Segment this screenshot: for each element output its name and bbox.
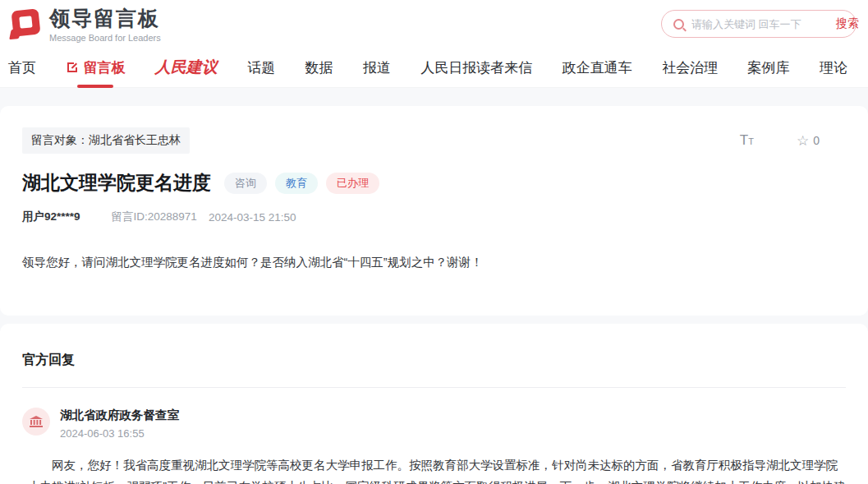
message-time: 2024-03-15 21:50 (209, 211, 296, 224)
nav-item-case-library[interactable]: 案例库 (748, 58, 790, 77)
nav-item-message-board[interactable]: 留言板 (66, 58, 125, 77)
tag-domain: 教育 (275, 173, 318, 194)
reply-section-title: 官方回复 (22, 345, 846, 387)
message-id: 留言ID:20288971 (112, 210, 197, 224)
nav-item-readers-letters[interactable]: 人民日报读者来信 (420, 58, 532, 77)
nav-item-gov-enterprise[interactable]: 政企直通车 (563, 58, 632, 77)
search-icon (673, 19, 684, 30)
star-icon: ☆ (797, 132, 809, 150)
reply-body: 网友，您好！我省高度重视湖北文理学院等高校更名大学申报工作。按照教育部大学设置标… (28, 454, 846, 484)
government-building-icon (30, 416, 43, 427)
reply-time: 2024-06-03 16:55 (60, 427, 179, 440)
message-card: 留言对象：湖北省省长王忠林 TT ☆ 0 湖北文理学院更名进度 咨询 教育 已办… (0, 106, 868, 316)
favorite-count: 0 (813, 134, 820, 147)
reply-paragraph: 网友，您好！我省高度重视湖北文理学院等高校更名大学申报工作。按照教育部大学设置标… (28, 454, 846, 484)
search-bar[interactable]: 搜索 (661, 10, 857, 38)
reply-card: 官方回复 湖北省政府政务督查室 2024-06-03 16:55 网友，您好！我… (0, 324, 868, 484)
message-target-chip: 留言对象：湖北省省长王忠林 (22, 127, 190, 154)
nav-item-home[interactable]: 首页 (8, 58, 36, 77)
nav-item-reports[interactable]: 报道 (363, 58, 391, 77)
divider (22, 387, 846, 388)
message-content: 领导您好，请问湖北文理学院更名进度如何？是否纳入湖北省“十四五”规划之中？谢谢！ (22, 252, 846, 294)
brand-logo-icon (10, 7, 43, 40)
search-input[interactable] (691, 18, 836, 30)
avatar (22, 408, 50, 436)
brand-subtitle: Message Board for Leaders (49, 33, 161, 43)
main-nav: 首页 留言板 人民建议 话题 数据 报道 人民日报读者来信 政企直通车 社会治理… (0, 48, 868, 88)
brand-logo[interactable]: 领导留言板 Message Board for Leaders (10, 5, 161, 43)
brand-name: 领导留言板 (49, 5, 161, 32)
nav-item-people-suggestion[interactable]: 人民建议 (155, 57, 218, 78)
tag-category: 咨询 (224, 173, 267, 194)
message-user: 用户92****9 (22, 210, 80, 224)
edit-pencil-icon (66, 61, 79, 74)
font-size-toggle[interactable]: TT (740, 132, 754, 149)
message-title: 湖北文理学院更名进度 (22, 170, 211, 196)
favorite-button[interactable]: ☆ 0 (797, 132, 820, 150)
nav-item-data[interactable]: 数据 (305, 58, 333, 77)
nav-item-social-governance[interactable]: 社会治理 (662, 58, 718, 77)
search-button[interactable]: 搜索 (836, 16, 859, 31)
reply-item: 湖北省政府政务督查室 2024-06-03 16:55 (22, 408, 846, 440)
header: 领导留言板 Message Board for Leaders 搜索 (0, 0, 868, 48)
nav-item-theory[interactable]: 理论 (820, 58, 847, 77)
tag-status: 已办理 (326, 173, 379, 194)
nav-item-label: 留言板 (83, 58, 125, 77)
reply-agency-name[interactable]: 湖北省政府政务督查室 (60, 408, 179, 423)
nav-item-topics[interactable]: 话题 (247, 58, 275, 77)
